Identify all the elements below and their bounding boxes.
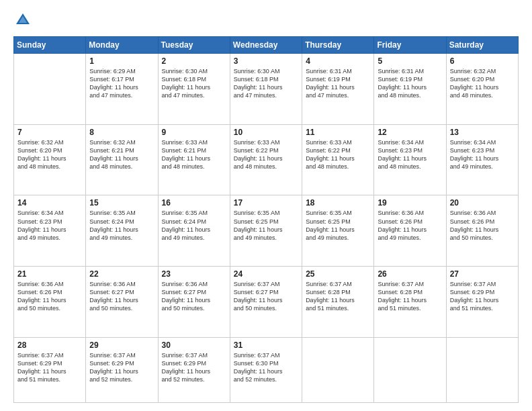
calendar-cell: 21Sunrise: 6:36 AM Sunset: 6:26 PM Dayli… [14, 267, 86, 338]
calendar-cell: 28Sunrise: 6:37 AM Sunset: 6:29 PM Dayli… [14, 337, 86, 402]
day-number: 28 [17, 340, 83, 350]
day-info: Sunrise: 6:37 AM Sunset: 6:29 PM Dayligh… [162, 351, 227, 384]
day-number: 31 [234, 340, 299, 350]
day-number: 16 [162, 198, 227, 208]
page: SundayMondayTuesdayWednesdayThursdayFrid… [0, 0, 532, 411]
calendar-cell: 15Sunrise: 6:35 AM Sunset: 6:24 PM Dayli… [86, 195, 158, 267]
week-row-2: 7Sunrise: 6:32 AM Sunset: 6:20 PM Daylig… [14, 124, 519, 195]
day-info: Sunrise: 6:34 AM Sunset: 6:23 PM Dayligh… [450, 138, 515, 171]
day-number: 3 [234, 56, 299, 66]
calendar-cell [446, 337, 518, 402]
weekday-header-saturday: Saturday [446, 37, 518, 54]
day-info: Sunrise: 6:37 AM Sunset: 6:30 PM Dayligh… [234, 351, 299, 384]
day-info: Sunrise: 6:32 AM Sunset: 6:20 PM Dayligh… [17, 138, 83, 171]
day-number: 25 [306, 269, 371, 279]
day-info: Sunrise: 6:32 AM Sunset: 6:21 PM Dayligh… [89, 138, 154, 171]
day-number: 24 [234, 269, 299, 279]
day-number: 4 [306, 56, 371, 66]
day-number: 30 [162, 340, 227, 350]
week-row-5: 28Sunrise: 6:37 AM Sunset: 6:29 PM Dayli… [14, 337, 519, 402]
calendar-cell: 31Sunrise: 6:37 AM Sunset: 6:30 PM Dayli… [230, 337, 302, 402]
weekday-header-friday: Friday [374, 37, 446, 54]
calendar-cell [374, 337, 446, 402]
calendar-cell: 26Sunrise: 6:37 AM Sunset: 6:28 PM Dayli… [374, 267, 446, 338]
weekday-header-sunday: Sunday [14, 37, 86, 54]
weekday-header-row: SundayMondayTuesdayWednesdayThursdayFrid… [14, 37, 519, 54]
week-row-1: 1Sunrise: 6:29 AM Sunset: 6:17 PM Daylig… [14, 54, 519, 125]
calendar-cell: 19Sunrise: 6:36 AM Sunset: 6:26 PM Dayli… [374, 195, 446, 267]
day-number: 22 [89, 269, 154, 279]
weekday-header-monday: Monday [86, 37, 158, 54]
day-number: 10 [234, 128, 299, 137]
day-info: Sunrise: 6:31 AM Sunset: 6:19 PM Dayligh… [378, 67, 443, 100]
calendar-cell: 14Sunrise: 6:34 AM Sunset: 6:23 PM Dayli… [14, 195, 86, 267]
calendar-table: SundayMondayTuesdayWednesdayThursdayFrid… [13, 36, 519, 403]
weekday-header-wednesday: Wednesday [230, 37, 302, 54]
weekday-header-tuesday: Tuesday [158, 37, 230, 54]
calendar-cell: 12Sunrise: 6:34 AM Sunset: 6:23 PM Dayli… [374, 124, 446, 195]
week-row-3: 14Sunrise: 6:34 AM Sunset: 6:23 PM Dayli… [14, 195, 519, 267]
calendar-cell: 2Sunrise: 6:30 AM Sunset: 6:18 PM Daylig… [158, 54, 230, 125]
calendar-cell: 7Sunrise: 6:32 AM Sunset: 6:20 PM Daylig… [14, 124, 86, 195]
calendar-cell: 9Sunrise: 6:33 AM Sunset: 6:21 PM Daylig… [158, 124, 230, 195]
day-number: 2 [162, 56, 227, 66]
day-number: 14 [17, 198, 83, 208]
calendar-cell: 10Sunrise: 6:33 AM Sunset: 6:22 PM Dayli… [230, 124, 302, 195]
logo-icon [13, 11, 32, 30]
day-number: 27 [450, 269, 515, 279]
day-number: 21 [17, 269, 83, 279]
week-row-4: 21Sunrise: 6:36 AM Sunset: 6:26 PM Dayli… [14, 267, 519, 338]
calendar-cell: 17Sunrise: 6:35 AM Sunset: 6:25 PM Dayli… [230, 195, 302, 267]
day-info: Sunrise: 6:33 AM Sunset: 6:22 PM Dayligh… [234, 138, 299, 171]
day-info: Sunrise: 6:32 AM Sunset: 6:20 PM Dayligh… [450, 67, 515, 100]
day-number: 9 [162, 128, 227, 137]
day-number: 19 [378, 198, 443, 208]
calendar-cell: 18Sunrise: 6:35 AM Sunset: 6:25 PM Dayli… [302, 195, 374, 267]
calendar-cell: 11Sunrise: 6:33 AM Sunset: 6:22 PM Dayli… [302, 124, 374, 195]
logo [13, 11, 35, 30]
day-info: Sunrise: 6:33 AM Sunset: 6:21 PM Dayligh… [162, 138, 227, 171]
day-info: Sunrise: 6:37 AM Sunset: 6:29 PM Dayligh… [17, 351, 83, 384]
day-number: 13 [450, 128, 515, 137]
day-info: Sunrise: 6:35 AM Sunset: 6:25 PM Dayligh… [234, 209, 299, 242]
day-info: Sunrise: 6:37 AM Sunset: 6:29 PM Dayligh… [450, 280, 515, 313]
day-info: Sunrise: 6:37 AM Sunset: 6:29 PM Dayligh… [89, 351, 154, 384]
day-info: Sunrise: 6:31 AM Sunset: 6:19 PM Dayligh… [306, 67, 371, 100]
day-number: 29 [89, 340, 154, 350]
calendar-cell: 30Sunrise: 6:37 AM Sunset: 6:29 PM Dayli… [158, 337, 230, 402]
day-info: Sunrise: 6:30 AM Sunset: 6:18 PM Dayligh… [162, 67, 227, 100]
day-number: 26 [378, 269, 443, 279]
day-info: Sunrise: 6:36 AM Sunset: 6:26 PM Dayligh… [450, 209, 515, 242]
day-number: 6 [450, 56, 515, 66]
day-info: Sunrise: 6:37 AM Sunset: 6:28 PM Dayligh… [378, 280, 443, 313]
day-info: Sunrise: 6:37 AM Sunset: 6:28 PM Dayligh… [306, 280, 371, 313]
day-info: Sunrise: 6:34 AM Sunset: 6:23 PM Dayligh… [17, 209, 83, 242]
day-info: Sunrise: 6:37 AM Sunset: 6:27 PM Dayligh… [234, 280, 299, 313]
calendar-cell: 3Sunrise: 6:30 AM Sunset: 6:18 PM Daylig… [230, 54, 302, 125]
day-info: Sunrise: 6:35 AM Sunset: 6:24 PM Dayligh… [162, 209, 227, 242]
day-info: Sunrise: 6:33 AM Sunset: 6:22 PM Dayligh… [306, 138, 371, 171]
day-number: 15 [89, 198, 154, 208]
day-info: Sunrise: 6:34 AM Sunset: 6:23 PM Dayligh… [378, 138, 443, 171]
calendar-cell: 29Sunrise: 6:37 AM Sunset: 6:29 PM Dayli… [86, 337, 158, 402]
calendar-cell: 6Sunrise: 6:32 AM Sunset: 6:20 PM Daylig… [446, 54, 518, 125]
day-number: 1 [89, 56, 154, 66]
day-number: 12 [378, 128, 443, 137]
calendar-cell: 13Sunrise: 6:34 AM Sunset: 6:23 PM Dayli… [446, 124, 518, 195]
day-info: Sunrise: 6:36 AM Sunset: 6:26 PM Dayligh… [378, 209, 443, 242]
day-info: Sunrise: 6:35 AM Sunset: 6:24 PM Dayligh… [89, 209, 154, 242]
calendar-cell: 5Sunrise: 6:31 AM Sunset: 6:19 PM Daylig… [374, 54, 446, 125]
calendar-cell: 24Sunrise: 6:37 AM Sunset: 6:27 PM Dayli… [230, 267, 302, 338]
day-info: Sunrise: 6:36 AM Sunset: 6:27 PM Dayligh… [89, 280, 154, 313]
day-info: Sunrise: 6:36 AM Sunset: 6:26 PM Dayligh… [17, 280, 83, 313]
day-number: 23 [162, 269, 227, 279]
day-number: 7 [17, 128, 83, 137]
calendar-cell: 8Sunrise: 6:32 AM Sunset: 6:21 PM Daylig… [86, 124, 158, 195]
calendar-cell: 23Sunrise: 6:36 AM Sunset: 6:27 PM Dayli… [158, 267, 230, 338]
day-number: 11 [306, 128, 371, 137]
day-info: Sunrise: 6:30 AM Sunset: 6:18 PM Dayligh… [234, 67, 299, 100]
day-info: Sunrise: 6:29 AM Sunset: 6:17 PM Dayligh… [89, 67, 154, 100]
day-number: 18 [306, 198, 371, 208]
calendar-cell: 16Sunrise: 6:35 AM Sunset: 6:24 PM Dayli… [158, 195, 230, 267]
weekday-header-thursday: Thursday [302, 37, 374, 54]
